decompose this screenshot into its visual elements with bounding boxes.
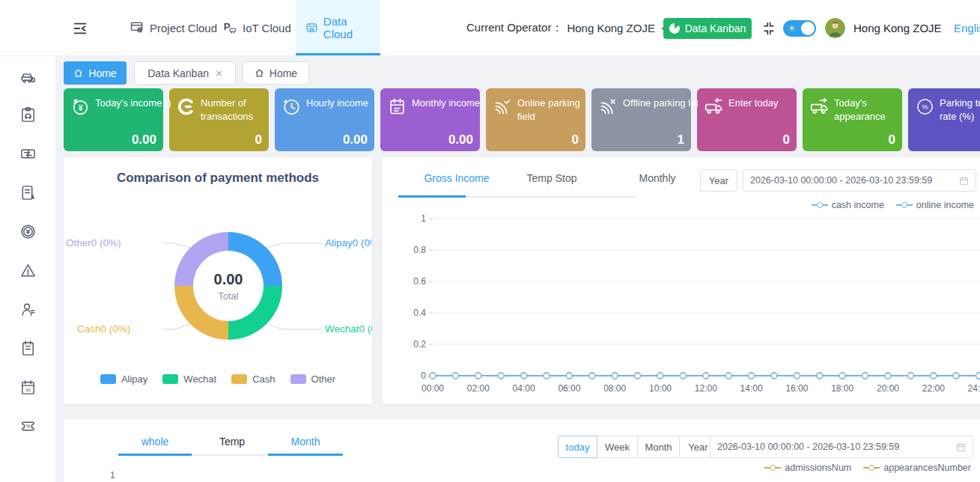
line-marker-icon [863,465,880,471]
iot-cloud-icon: P [222,20,237,35]
legend-label: appearancesNumber [883,463,971,473]
wifi-x-icon [598,97,618,117]
legend-item-cash-income[interactable]: cash income [812,200,884,210]
nav-item-iot-cloud[interactable]: P IoT Cloud [213,0,301,55]
coupon-icon[interactable]: % [19,418,37,435]
stat-card-label: Online parking field [517,97,580,123]
stat-card-label: Enter today [728,97,779,110]
stat-card-label: Parking turnover rate (%) [940,97,980,123]
tab-data-kanban[interactable]: Data Kanban × [134,61,236,85]
legend-item-cash[interactable]: Cash [231,373,275,385]
billing-doc-icon[interactable] [19,184,37,201]
legend-item-wechat[interactable]: Wechat [162,373,216,385]
traffic-chart-panel: whole Temp Month today Week Month Year 2… [64,419,980,482]
user-avatar[interactable] [825,18,845,38]
clock-icon [281,97,302,117]
alert-triangle-icon[interactable] [19,262,37,279]
income-date-range-input[interactable]: 2026-03-10 00:00:00 - 2026-03-10 23:59:5… [743,169,976,192]
svg-text:16:00: 16:00 [785,383,808,394]
stat-card-hourly-income: Hourly income 0.00 [275,88,374,151]
legend-item-online-income[interactable]: online income [896,200,974,210]
range-button-today[interactable]: today [558,436,597,458]
legend-swatch [162,374,178,384]
svg-text:08:00: 08:00 [603,383,626,394]
svg-text:22:00: 22:00 [922,383,945,394]
vehicle-icon[interactable] [19,67,37,85]
data-kanban-button[interactable]: Data Kanban [663,18,752,39]
flow-date-range-input[interactable]: 2026-03-10 00:00:00 - 2026-03-10 23:59:5… [710,436,973,458]
donut-total-value: 0.00 [214,271,243,288]
slice-label-other: Other0 (0%) [66,237,121,248]
flow-chart-axis-label: 1 [110,470,115,481]
legend-swatch [290,374,306,384]
exit-fullscreen-icon[interactable] [761,21,776,36]
range-button-year[interactable]: Year [700,169,737,192]
svg-text:20:00: 20:00 [877,383,899,394]
stat-card-label: Today's appearance [834,97,886,123]
nav-item-data-cloud[interactable]: Data Cloud [296,0,380,55]
current-operator-dropdown[interactable]: Current Operator： Hong Kong ZOJE [466,0,669,56]
toggle-knob [801,22,815,35]
stat-card-value: 1 [678,132,684,147]
svg-text:02:00: 02:00 [467,383,490,394]
stat-card-label: Monthly income [412,97,480,110]
legend-item-appearances[interactable]: appearancesNumber [863,463,971,473]
yen-refresh-icon: ¥ [70,97,91,117]
tab-month[interactable]: Month [268,436,343,448]
tab-temp-stop[interactable]: Temp Stop [511,172,593,184]
tab-track-active [118,454,192,456]
nav-item-project-cloud[interactable]: Project Cloud [120,0,227,55]
parking-record-icon[interactable] [19,106,37,123]
notebook-icon[interactable] [19,340,37,357]
language-link[interactable]: English [954,0,980,56]
svg-text:10:00: 10:00 [649,383,672,394]
legend-swatch [100,374,116,384]
stat-card-offline-parking: Offline parking lot 1 [591,88,691,151]
svg-text:04:00: 04:00 [513,383,535,394]
donut-total-label: Total [218,290,238,302]
theme-toggle[interactable] [783,20,816,37]
tab-temp[interactable]: Temp [195,436,270,448]
tab-whole[interactable]: whole [118,436,192,448]
svg-text:0: 0 [421,370,426,381]
tab-monthly[interactable]: Monthly [616,172,699,184]
income-line-chart: 10.80.60.40.2000:0002:0004:0006:0008:001… [382,213,980,404]
passage-icon[interactable] [19,145,37,162]
svg-text:30: 30 [25,387,31,392]
svg-text:1: 1 [421,213,426,224]
stat-card-label: Today's income () [95,97,171,110]
truck-enter-icon [704,97,724,117]
calendar-30-icon[interactable]: 30 [19,379,37,396]
stat-card-enter-today: Enter today 0 [697,88,797,151]
tab-gross-income[interactable]: Gross Income [416,172,498,184]
username-text[interactable]: Hong Kong ZOJE [853,0,942,56]
home-icon [255,68,264,78]
slice-label-alipay: Alipay0 (0%) [325,237,372,248]
legend-item-other[interactable]: Other [290,373,336,385]
legend-label: online income [916,200,974,210]
tab-label: Data Kanban [147,67,209,79]
legend-item-alipay[interactable]: Alipay [100,373,147,385]
legend-swatch [231,374,247,384]
stat-card-transactions: Number of transactions 0 [169,88,269,151]
tab-label: Home [88,67,116,79]
tab-home-active[interactable]: Home [64,61,127,85]
flow-chart-legend: admissionsNum appearancesNumber [764,463,971,473]
tab-home[interactable]: Home [243,61,309,85]
close-icon[interactable]: × [216,67,222,79]
range-button-week[interactable]: Week [597,436,638,458]
member-icon[interactable] [19,301,37,318]
stat-card-monthly-income: Monthly income 0.00 [380,88,480,151]
tab-label: Home [270,67,297,79]
legend-item-admissions[interactable]: admissionsNum [764,463,851,473]
percent-badge-icon: % [915,97,935,117]
collapse-menu-icon[interactable] [72,20,88,37]
coin-icon[interactable] [19,223,37,240]
line-marker-icon [764,465,781,471]
data-cloud-icon [305,20,318,35]
svg-text:0.8: 0.8 [413,245,426,255]
data-kanban-button-label: Data Kanban [685,22,746,34]
stat-card-value: 0 [572,132,579,147]
line-marker-icon [896,202,913,208]
range-button-month[interactable]: Month [637,436,680,458]
